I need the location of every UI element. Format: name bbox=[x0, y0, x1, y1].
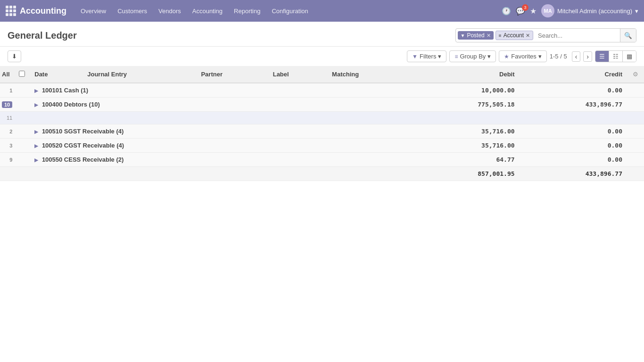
options-10 bbox=[627, 98, 644, 112]
groupby-button[interactable]: ≡ Group By ▾ bbox=[449, 50, 496, 62]
checkbox-col-header bbox=[14, 66, 30, 83]
matching-11 bbox=[327, 112, 412, 124]
toolbar-center-right: ▼ Filters ▾ ≡ Group By ▾ ★ Favorites ▾ 1… bbox=[407, 50, 636, 62]
filter-tag-posted[interactable]: ▼ Posted ✕ bbox=[458, 31, 494, 40]
matching-col-header[interactable]: Matching bbox=[327, 66, 412, 83]
group-label-10[interactable]: ▶ 100400 Debtors (10) bbox=[30, 98, 412, 112]
kanban-view-button[interactable]: ☷ bbox=[609, 51, 623, 62]
expand-icon-9[interactable]: ▶ bbox=[34, 157, 38, 163]
next-page-button[interactable]: › bbox=[583, 51, 592, 62]
star-icon[interactable]: ★ bbox=[530, 7, 537, 16]
page: General Ledger ▼ Posted ✕ ≡ Account ✕ bbox=[0, 22, 644, 362]
group-row-label-10: 100400 Debtors (10) bbox=[42, 101, 100, 108]
row-checkbox-9 bbox=[14, 153, 30, 167]
group-label-2[interactable]: ▶ 100510 SGST Receivable (4) bbox=[30, 124, 412, 139]
chart-view-button[interactable]: ▩ bbox=[623, 51, 636, 62]
date-11 bbox=[30, 112, 83, 124]
notifications[interactable]: 💬 3 bbox=[516, 7, 525, 16]
search-tags: ▼ Posted ✕ ≡ Account ✕ bbox=[456, 31, 535, 40]
nav-overview[interactable]: Overview bbox=[76, 5, 111, 17]
group-label-9[interactable]: ▶ 100550 CESS Receivable (2) bbox=[30, 153, 412, 167]
totals-row: 857,001.95 433,896.77 bbox=[0, 167, 644, 181]
debit-1: 10,000.00 bbox=[412, 83, 519, 98]
nav-customers[interactable]: Customers bbox=[113, 5, 152, 17]
table-row: 10 ▶ 100400 Debtors (10) 775,505.18 433,… bbox=[0, 98, 644, 112]
options-2 bbox=[627, 124, 644, 139]
app-logo[interactable]: Accounting bbox=[6, 6, 66, 16]
select-all-checkbox[interactable] bbox=[19, 71, 25, 77]
options-1 bbox=[627, 83, 644, 98]
group-row-label-9: 100550 CESS Receivable (2) bbox=[42, 156, 124, 163]
partner-label: Partner bbox=[201, 71, 223, 78]
group-row-label-1: 100101 Cash (1) bbox=[42, 87, 88, 94]
filters-label: Filters bbox=[420, 53, 436, 60]
totals-options bbox=[627, 167, 644, 181]
groupby-dropdown-icon: ▾ bbox=[487, 53, 491, 60]
expand-icon-10[interactable]: ▶ bbox=[34, 102, 38, 107]
group-label-1[interactable]: ▶ 100101 Cash (1) bbox=[30, 83, 412, 98]
row-checkbox-3 bbox=[14, 139, 30, 153]
label-col-header[interactable]: Label bbox=[268, 66, 327, 83]
favorites-button[interactable]: ★ Favorites ▾ bbox=[499, 50, 546, 62]
page-title: General Ledger bbox=[8, 30, 77, 41]
table-row: 2 ▶ 100510 SGST Receivable (4) 35,716.00… bbox=[0, 124, 644, 139]
download-button[interactable]: ⬇ bbox=[8, 50, 21, 62]
expand-icon-1[interactable]: ▶ bbox=[34, 88, 38, 93]
search-bar: ▼ Posted ✕ ≡ Account ✕ 🔍 bbox=[455, 28, 636, 42]
group-label-3[interactable]: ▶ 100520 CGST Receivable (4) bbox=[30, 139, 412, 153]
debit-9: 64.77 bbox=[412, 153, 519, 167]
row-number-10: 10 bbox=[0, 98, 14, 112]
user-menu[interactable]: MA Mitchell Admin (accounting) ▾ bbox=[541, 4, 638, 17]
date-col-header[interactable]: Date bbox=[30, 66, 83, 83]
column-options-button[interactable]: ⚙ bbox=[632, 70, 639, 79]
topbar: Accounting Overview Customers Vendors Ac… bbox=[0, 0, 644, 22]
debit-10: 775,505.18 bbox=[412, 98, 519, 112]
header-actions: ▼ Posted ✕ ≡ Account ✕ 🔍 bbox=[455, 28, 636, 42]
table-row: 11 bbox=[0, 112, 644, 124]
totals-label-cell bbox=[30, 167, 412, 181]
remove-posted-tag[interactable]: ✕ bbox=[487, 33, 491, 39]
group-row-label-3: 100520 CGST Receivable (4) bbox=[42, 142, 124, 149]
clock-icon[interactable]: 🕐 bbox=[502, 7, 511, 16]
tag-account-label: Account bbox=[504, 32, 524, 39]
journal-entry-label: Journal Entry bbox=[87, 71, 127, 78]
page-header: General Ledger ▼ Posted ✕ ≡ Account ✕ bbox=[0, 22, 644, 47]
app-name: Accounting bbox=[20, 6, 66, 16]
prev-page-button[interactable]: ‹ bbox=[572, 51, 581, 62]
search-input[interactable] bbox=[535, 29, 620, 42]
debit-11 bbox=[412, 112, 519, 124]
credit-2: 0.00 bbox=[520, 124, 627, 139]
nav-vendors[interactable]: Vendors bbox=[154, 5, 186, 17]
filter-tag-account[interactable]: ≡ Account ✕ bbox=[495, 31, 533, 40]
credit-col-header[interactable]: Credit bbox=[520, 66, 627, 83]
row-checkbox-10 bbox=[14, 98, 30, 112]
active-row-num: 10 bbox=[2, 101, 12, 108]
nav-configuration[interactable]: Configuration bbox=[267, 5, 313, 17]
remove-account-tag[interactable]: ✕ bbox=[526, 33, 530, 39]
debit-col-header[interactable]: Debit bbox=[412, 66, 519, 83]
filters-dropdown-icon: ▾ bbox=[438, 53, 441, 60]
partner-col-header[interactable]: Partner bbox=[196, 66, 268, 83]
options-9 bbox=[627, 153, 644, 167]
nav-reporting[interactable]: Reporting bbox=[229, 5, 265, 17]
matching-label: Matching bbox=[332, 71, 359, 78]
debit-label: Debit bbox=[499, 71, 515, 78]
search-button[interactable]: 🔍 bbox=[620, 29, 636, 42]
row-checkbox-11 bbox=[14, 112, 30, 124]
list-view-button[interactable]: ☰ bbox=[595, 51, 609, 62]
row-number-11: 11 bbox=[0, 112, 14, 124]
debit-3: 35,716.00 bbox=[412, 139, 519, 153]
table-row: 9 ▶ 100550 CESS Receivable (2) 64.77 0.0… bbox=[0, 153, 644, 167]
totals-spacer-1 bbox=[0, 167, 14, 181]
journal-entry-col-header[interactable]: Journal Entry bbox=[83, 66, 196, 83]
credit-11 bbox=[520, 112, 627, 124]
label-col-label: Label bbox=[273, 71, 289, 78]
group-icon: ≡ bbox=[499, 33, 502, 38]
notif-count: 3 bbox=[522, 4, 528, 11]
options-col-header: ⚙ bbox=[627, 66, 644, 83]
expand-icon-2[interactable]: ▶ bbox=[34, 129, 38, 134]
favorites-label: Favorites bbox=[511, 53, 536, 60]
filters-button[interactable]: ▼ Filters ▾ bbox=[407, 50, 446, 62]
expand-icon-3[interactable]: ▶ bbox=[34, 143, 38, 148]
nav-accounting[interactable]: Accounting bbox=[188, 5, 227, 17]
